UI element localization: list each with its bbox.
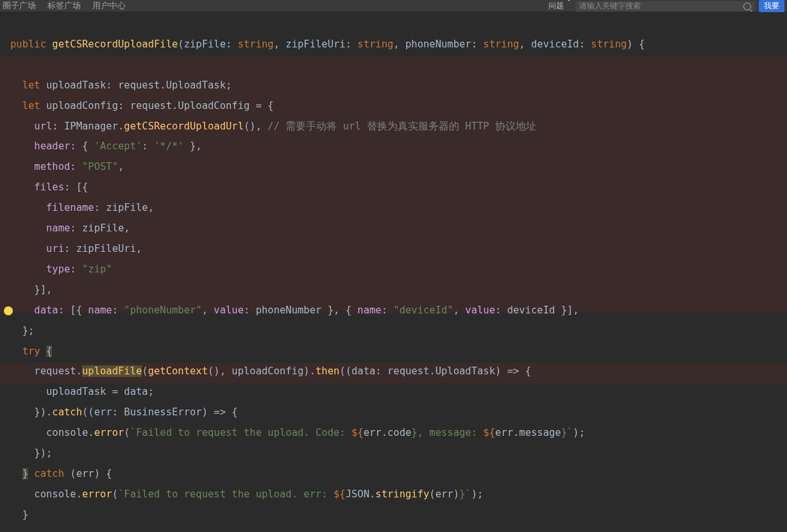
search-filter-dropdown[interactable]: 问题 — [548, 1, 571, 12]
search-input[interactable]: 请输入关键字搜索 — [575, 1, 755, 12]
caret-word: uploadFile — [82, 365, 142, 377]
editor-gutter — [0, 12, 18, 532]
search-icon[interactable] — [743, 3, 751, 10]
nav-links: 圈子广场 标签广场 用户中心 — [3, 0, 126, 12]
action-button[interactable]: 我要 — [759, 0, 784, 12]
nav-tags[interactable]: 标签广场 — [47, 0, 81, 12]
nav-circle[interactable]: 圈子广场 — [3, 0, 36, 12]
search-area: 问题 请输入关键字搜索 我要 — [548, 0, 784, 12]
top-nav-bar: 圈子广场 标签广场 用户中心 问题 请输入关键字搜索 我要 — [0, 0, 787, 12]
nav-user[interactable]: 用户中心 — [92, 0, 126, 12]
chevron-down-icon — [566, 0, 571, 10]
code-editor[interactable]: public getCSRecordUploadFile(zipFile: st… — [0, 12, 787, 532]
code-content[interactable]: public getCSRecordUploadFile(zipFile: st… — [0, 14, 787, 532]
lightbulb-icon[interactable] — [4, 306, 13, 315]
